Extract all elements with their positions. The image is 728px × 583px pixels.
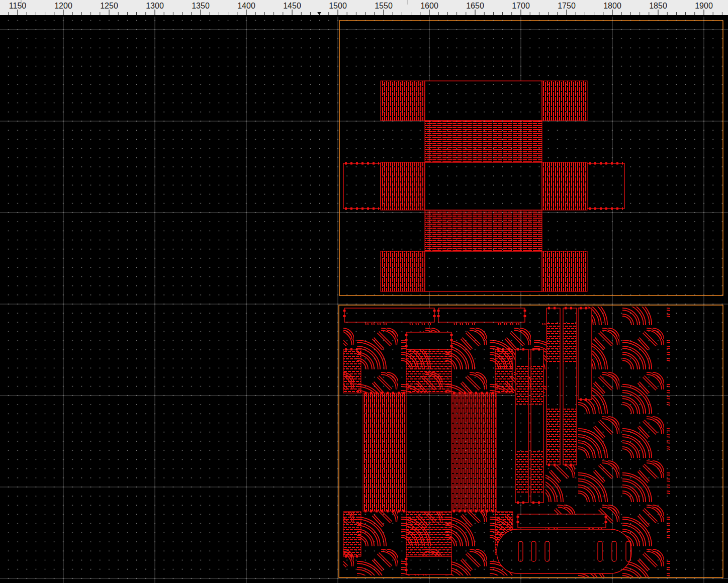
ruler-tick-label: 1850 xyxy=(649,2,667,10)
ruler-tick-label: 1300 xyxy=(146,2,164,10)
ruler-tick-label: 1400 xyxy=(237,2,255,10)
ruler-tick-label: 1800 xyxy=(603,2,621,10)
ruler-tick-label: 1600 xyxy=(420,2,438,10)
ruler-tick-label: 1200 xyxy=(54,2,72,10)
ruler-tick-label: 1750 xyxy=(558,2,576,10)
layout-canvas[interactable] xyxy=(0,17,728,583)
ruler-tick-label: 1900 xyxy=(695,2,713,10)
grid-dots-overlay xyxy=(0,17,728,583)
horizontal-ruler: 1150120012501300135014001450150015501600… xyxy=(0,0,728,17)
ruler-tick-label: 1450 xyxy=(283,2,301,10)
ruler-tick-label: 1150 xyxy=(9,2,27,10)
ruler-tick-label: 1250 xyxy=(100,2,118,10)
ruler-tick-label: 1550 xyxy=(375,2,393,10)
ruler-tick-label: 1350 xyxy=(192,2,210,10)
ruler-tick-label: 1700 xyxy=(512,2,530,10)
ruler-tick-label: 1500 xyxy=(329,2,347,10)
ruler-tick-label: 1650 xyxy=(466,2,484,10)
